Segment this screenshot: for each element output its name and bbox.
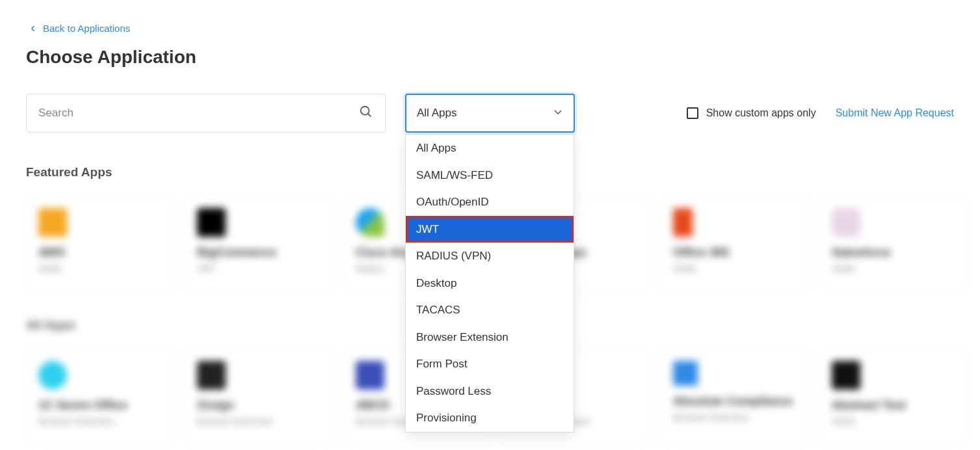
app-name: Absolute Compliance: [673, 395, 797, 408]
app-icon: [38, 361, 67, 390]
app-icon: [38, 208, 67, 237]
app-name: 1C Seven Office: [38, 399, 162, 412]
dropdown-item-saml[interactable]: SAML/WS-FED: [406, 162, 574, 189]
app-type: SAML: [832, 416, 955, 427]
app-icon: [197, 361, 226, 390]
search-box[interactable]: [26, 94, 386, 133]
dropdown-item-desktop[interactable]: Desktop: [406, 270, 574, 297]
app-card[interactable]: BigCommerce JWT: [185, 196, 333, 292]
app-card[interactable]: 1C Seven Office Browser Extension: [26, 349, 174, 445]
show-custom-apps-checkbox[interactable]: Show custom apps only: [687, 107, 816, 119]
app-card[interactable]: 21sign Browser Extension: [185, 349, 333, 445]
app-card[interactable]: Abstract Test SAML: [819, 349, 968, 445]
app-type: SAML: [832, 263, 955, 274]
app-type: Browser Extension: [38, 416, 162, 427]
dropdown-item-tacacs[interactable]: TACACS: [406, 297, 574, 324]
checkbox-icon: [687, 107, 698, 119]
app-type: Browser Extension: [197, 416, 321, 427]
dropdown-item-radius[interactable]: RADIUS (VPN): [406, 243, 574, 270]
dropdown-item-provisioning[interactable]: Provisioning: [406, 404, 574, 432]
dropdown-item-password-less[interactable]: Password Less: [406, 378, 574, 405]
app-card[interactable]: AWS SAML: [26, 196, 174, 292]
app-name: 21sign: [197, 399, 321, 412]
app-icon: [356, 361, 384, 390]
app-icon: [356, 208, 384, 237]
submit-new-app-request-link[interactable]: Submit New App Request: [836, 107, 954, 119]
app-name: BigCommerce: [197, 246, 321, 259]
dropdown-item-all-apps[interactable]: All Apps: [406, 135, 574, 162]
controls-row: All Apps All Apps SAML/WS-FED OAuth/Open…: [26, 94, 954, 133]
app-icon: [832, 361, 860, 390]
app-icon: [673, 361, 698, 386]
dropdown-item-oauth[interactable]: OAuth/OpenID: [406, 189, 574, 216]
app-name: Office 365: [673, 246, 797, 259]
app-type: JWT: [197, 263, 321, 274]
search-input[interactable]: [38, 107, 359, 120]
app-name: Salesforce: [832, 246, 955, 259]
dropdown-item-form-post[interactable]: Form Post: [406, 351, 574, 378]
back-link-label: Back to Applications: [43, 23, 130, 34]
svg-line-1: [368, 114, 371, 117]
checkbox-label: Show custom apps only: [706, 107, 816, 119]
chevron-down-icon: [553, 107, 563, 120]
back-to-applications-link[interactable]: Back to Applications: [26, 0, 130, 47]
app-name: Abstract Test: [832, 399, 955, 412]
app-icon: [832, 208, 860, 237]
dropdown-item-jwt[interactable]: JWT: [406, 216, 574, 243]
app-type: SAML: [673, 263, 797, 274]
app-icon: [673, 208, 693, 237]
dropdown-item-browser-ext[interactable]: Browser Extension: [406, 324, 574, 351]
svg-point-0: [361, 107, 369, 115]
dropdown-menu: All Apps SAML/WS-FED OAuth/OpenID JWT RA…: [405, 134, 574, 432]
app-type: Browser Extension: [673, 412, 797, 423]
app-card[interactable]: Salesforce SAML: [819, 196, 968, 292]
app-icon: [197, 208, 226, 237]
app-type: SAML: [38, 263, 162, 274]
chevron-left-icon: [30, 25, 36, 32]
search-icon: [359, 105, 373, 122]
app-type-dropdown[interactable]: All Apps: [405, 94, 575, 133]
app-card[interactable]: Office 365 SAML: [661, 196, 809, 292]
dropdown-selected-label: All Apps: [417, 107, 457, 120]
app-card[interactable]: Absolute Compliance Browser Extension: [661, 349, 809, 445]
page-title: Choose Application: [26, 47, 954, 68]
app-name: AWS: [38, 246, 162, 259]
